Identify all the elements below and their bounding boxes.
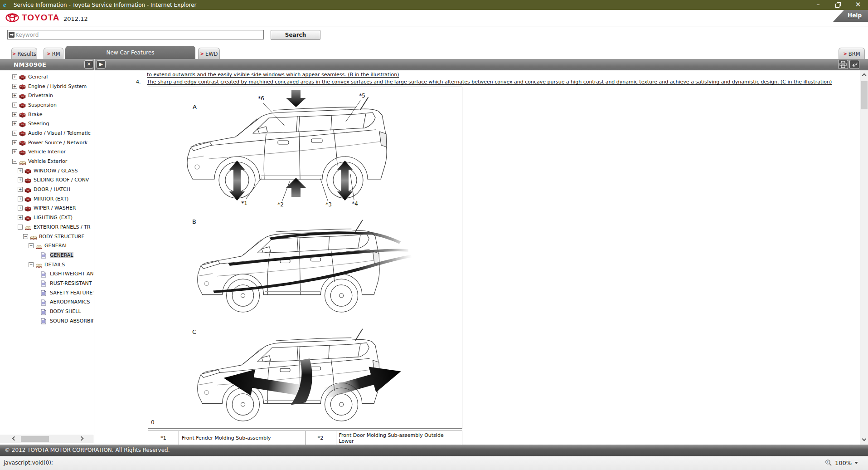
tree-item-suspension[interactable]: +Suspension — [0, 100, 93, 110]
expand-icon[interactable]: + — [12, 84, 17, 89]
printer-icon — [839, 60, 848, 69]
document-code-label: NM3090E — [14, 61, 46, 68]
tab-results[interactable]: >Results — [11, 48, 37, 59]
expand-icon[interactable]: + — [12, 140, 17, 145]
scroll-left-arrow[interactable] — [12, 436, 17, 441]
status-link-hint: javascript:void(0); — [4, 460, 53, 466]
tree-item-steering[interactable]: +Steering — [0, 119, 93, 128]
return-button[interactable] — [849, 60, 859, 69]
tree-item-brake[interactable]: +Brake — [0, 110, 93, 119]
expand-icon[interactable]: + — [18, 168, 23, 173]
book-closed-icon — [19, 150, 26, 156]
document-icon — [41, 318, 48, 324]
tree-item-power-source-network[interactable]: +Power Source / Network — [0, 138, 93, 147]
content-vertical-scrollbar[interactable] — [860, 70, 868, 445]
sidebar-horizontal-scrollbar[interactable] — [0, 435, 94, 443]
tree-item-general-selected[interactable]: GENERAL — [0, 250, 93, 260]
help-tab[interactable]: Help — [833, 10, 868, 22]
tree-item-vehicle-interior[interactable]: +Vehicle Interior — [0, 147, 93, 157]
expand-icon[interactable]: + — [12, 149, 17, 154]
app-header: TOYOTA 2012.12 Help — [0, 10, 868, 26]
tab-arrow-icon: > — [200, 51, 204, 56]
expand-icon[interactable]: + — [12, 131, 17, 136]
tree-item-details[interactable]: −DETAILS — [0, 260, 93, 269]
book-open-icon — [35, 262, 43, 268]
collapse-icon[interactable]: − — [12, 159, 17, 164]
legend-row: *1Front Fender Molding Sub-assembly*2Fro… — [148, 431, 462, 445]
expand-icon[interactable]: + — [18, 215, 23, 220]
expand-icon[interactable]: + — [12, 121, 17, 126]
tree-item-engine-hybrid-system[interactable]: +Engine / Hybrid System — [0, 82, 93, 91]
tree-item-lighting-ext[interactable]: +LIGHTING (EXT) — [0, 213, 93, 222]
search-box[interactable] — [7, 30, 264, 39]
tree-item-audio-visual-telematic[interactable]: +Audio / Visual / Telematic — [0, 128, 93, 138]
search-input[interactable] — [15, 31, 263, 39]
horizontal-scrollbar-thumb[interactable] — [21, 436, 49, 442]
tab-arrow-icon: > — [843, 51, 847, 56]
tab-new-car-features[interactable]: New Car Features — [65, 46, 195, 59]
book-open-icon — [19, 158, 26, 165]
book-closed-icon — [19, 83, 26, 89]
close-button[interactable]: ✕ — [850, 0, 866, 10]
tab-rm[interactable]: >RM — [44, 48, 63, 59]
tree-item-vehicle-exterior[interactable]: −Vehicle Exterior — [0, 157, 93, 166]
book-closed-icon — [19, 139, 26, 146]
tree-item-window-glass[interactable]: +WINDOW / GLASS — [0, 166, 93, 176]
collapse-icon[interactable]: − — [18, 225, 23, 230]
document-icon — [41, 299, 46, 306]
tree-item-aerodynamics[interactable]: AERODYNAMICS — [0, 298, 93, 307]
book-closed-icon — [19, 103, 26, 108]
expand-icon[interactable]: + — [12, 93, 17, 98]
navigation-sidebar: +General+Engine / Hybrid System+Drivetra… — [0, 70, 94, 445]
tree-item-wiper-washer[interactable]: +WIPER / WASHER — [0, 204, 93, 213]
search-button[interactable]: Search — [271, 30, 320, 40]
print-button[interactable] — [838, 60, 848, 69]
restore-button[interactable] — [830, 0, 846, 10]
help-link[interactable]: Help — [848, 12, 862, 19]
tree-item-exterior-panels-tr[interactable]: −EXTERIOR PANELS / TR — [0, 222, 93, 232]
expand-icon[interactable]: + — [12, 103, 17, 108]
tree-item-body-shell[interactable]: BODY SHELL — [0, 307, 93, 316]
minimize-button[interactable]: – — [810, 0, 826, 10]
expand-icon[interactable]: + — [18, 187, 23, 192]
tree-item-safety-features[interactable]: SAFETY FEATURES — [0, 288, 93, 298]
tree-item-lightweight-ani[interactable]: LIGHTWEIGHT ANI — [0, 269, 93, 279]
expand-icon[interactable]: + — [12, 112, 17, 117]
tab-brm[interactable]: >BRM — [839, 48, 865, 59]
expand-icon[interactable]: + — [18, 177, 23, 182]
document-icon — [41, 271, 46, 278]
callout-5: *5 — [359, 93, 365, 99]
tree-item-drivetrain[interactable]: +Drivetrain — [0, 91, 93, 100]
collapse-icon[interactable]: − — [29, 243, 34, 248]
close-tree-button[interactable]: ✕ — [84, 60, 93, 69]
book-closed-icon — [24, 177, 32, 183]
copyright-footer: © 2012 TOYOTA MOTOR CORPORATION. All Rig… — [0, 445, 868, 456]
collapse-icon[interactable]: − — [29, 262, 34, 267]
tree-item-rust-resistant[interactable]: RUST-RESISTANT — [0, 279, 93, 288]
zoom-magnifier-icon — [825, 459, 832, 466]
tree-item-sliding-roof-conv[interactable]: +SLIDING ROOF / CONV — [0, 176, 93, 185]
tree-item-general[interactable]: +General — [0, 72, 93, 82]
expand-icon[interactable]: + — [18, 206, 23, 211]
zoom-control[interactable]: 100% — [825, 459, 858, 466]
scroll-down-arrow[interactable] — [860, 436, 868, 445]
scroll-right-arrow[interactable] — [79, 436, 84, 441]
expand-pane-button[interactable]: ▶ — [97, 60, 106, 69]
vertical-scrollbar-thumb[interactable] — [861, 81, 868, 109]
collapse-icon[interactable]: − — [23, 234, 28, 239]
tree-item-mirror-ext[interactable]: +MIRROR (EXT) — [0, 194, 93, 204]
book-closed-icon — [24, 215, 32, 221]
expand-icon[interactable]: + — [18, 196, 23, 201]
tree-item-door-hatch[interactable]: +DOOR / HATCH — [0, 185, 93, 194]
tree-item-sound-absorbin[interactable]: SOUND ABSORBIN — [0, 316, 93, 326]
book-closed-icon — [19, 122, 26, 127]
tree-item-general[interactable]: −GENERAL — [0, 241, 93, 250]
scroll-up-arrow[interactable] — [860, 70, 868, 79]
tab-arrow-icon: > — [12, 51, 16, 56]
keyword-arrow-icon — [9, 32, 15, 38]
book-closed-icon — [24, 168, 31, 174]
tab-ewd[interactable]: >EWD — [198, 48, 220, 59]
tree-item-body-structure[interactable]: −BODY STRUCTURE — [0, 232, 93, 241]
book-open-icon — [30, 234, 37, 240]
expand-icon[interactable]: + — [12, 74, 17, 79]
